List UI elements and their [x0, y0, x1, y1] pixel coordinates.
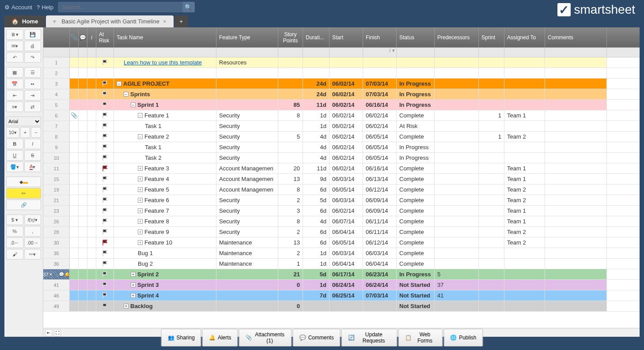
underline-button[interactable]: U	[6, 150, 23, 161]
cell-assigned[interactable]	[504, 100, 545, 110]
cell-duration[interactable]: 24d	[303, 79, 330, 89]
cell-finish[interactable]: 06/12/14	[363, 237, 397, 248]
cell-comments[interactable]	[545, 227, 607, 237]
cell-duration[interactable]: 5d	[303, 269, 330, 279]
cell-flag[interactable]	[96, 269, 114, 279]
cell-discuss[interactable]	[79, 89, 87, 99]
cell-pred[interactable]	[435, 259, 479, 269]
cell-comments[interactable]	[545, 280, 607, 290]
cell-ftype[interactable]: Security	[216, 142, 278, 152]
cell-ftype[interactable]: Security	[216, 206, 278, 216]
cell-flag[interactable]	[96, 206, 114, 216]
cell-comments[interactable]	[545, 89, 607, 99]
cell-duration[interactable]: 11d	[303, 100, 330, 110]
font-select[interactable]: Arial	[6, 117, 41, 126]
cell-story[interactable]: 2	[278, 248, 303, 258]
thousands-button[interactable]: ,	[24, 226, 42, 237]
percent-button[interactable]: %	[6, 226, 23, 237]
cell-finish[interactable]: 06/11/14	[363, 216, 397, 226]
alerts-button[interactable]: 🔔 Alerts	[202, 329, 238, 346]
conditional-format-button[interactable]: ◆▬	[6, 177, 41, 187]
expand-toggle[interactable]: +	[138, 208, 143, 213]
cell-pred[interactable]	[435, 142, 479, 152]
cell-flag[interactable]	[96, 280, 114, 290]
cell-sprint[interactable]	[479, 216, 504, 226]
cell-comments[interactable]	[545, 269, 607, 279]
cell-discuss[interactable]	[79, 206, 87, 216]
cell-status[interactable]: Complete	[397, 248, 435, 258]
cell-sprint[interactable]	[479, 142, 504, 152]
cell-finish[interactable]	[363, 68, 397, 78]
cell-flag[interactable]	[96, 163, 114, 173]
cell-comments[interactable]	[545, 290, 607, 301]
cell-info[interactable]	[87, 280, 96, 290]
cell-duration[interactable]: 24d	[303, 89, 330, 99]
cell-attach[interactable]	[70, 89, 79, 99]
cell-sprint[interactable]	[479, 89, 504, 99]
cell-attach[interactable]	[70, 132, 79, 142]
cell-duration[interactable]	[303, 57, 330, 68]
row-number[interactable]: 46	[43, 290, 70, 301]
row-number[interactable]: 23	[43, 206, 70, 216]
grid-view-button[interactable]: ▦	[6, 67, 23, 78]
tab-home[interactable]: 🏠 Home	[4, 15, 45, 27]
cell-finish[interactable]: 06/23/14	[363, 269, 397, 279]
cell-start[interactable]: 06/02/14	[330, 110, 363, 120]
cell-start[interactable]: 06/02/14	[330, 206, 363, 216]
table-row[interactable]: 15 +Feature 4 Account Managemen 13 9d 06…	[43, 174, 640, 184]
cell-duration[interactable]: 6d	[303, 227, 330, 237]
cell-sprint[interactable]	[479, 100, 504, 110]
cell-comments[interactable]	[545, 79, 607, 89]
cell-pred[interactable]: 41	[435, 290, 479, 301]
cell-story[interactable]: 0	[278, 301, 303, 311]
expand-toggle[interactable]: +	[138, 177, 143, 181]
cell-comments[interactable]	[545, 132, 607, 142]
cell-comments[interactable]	[545, 195, 607, 205]
cell-flag[interactable]	[96, 57, 114, 68]
row-number[interactable]: 35	[43, 248, 70, 258]
cell-pred[interactable]	[435, 153, 479, 163]
cell-assigned[interactable]: Team 1	[504, 163, 545, 173]
cell-ftype[interactable]: Account Managemen	[216, 163, 278, 173]
cell-duration[interactable]: 4d	[303, 216, 330, 226]
cell-discuss[interactable]	[79, 79, 87, 89]
cell-comments[interactable]	[545, 301, 607, 311]
cell-finish[interactable]: 06/11/14	[363, 227, 397, 237]
header-story[interactable]: Story Points	[278, 27, 303, 47]
cell-ftype[interactable]: Security	[216, 110, 278, 120]
cell-task[interactable]: +Sprint 3	[114, 280, 216, 290]
row-number[interactable]: 36	[43, 259, 70, 269]
cell-discuss[interactable]	[79, 153, 87, 163]
cell-attach[interactable]	[70, 206, 79, 216]
expand-toggle[interactable]: +	[131, 293, 136, 298]
cell-story[interactable]	[278, 57, 303, 68]
expand-toggle[interactable]: +	[138, 198, 143, 203]
header-pred[interactable]: Predecessors	[435, 27, 479, 47]
cell-pred[interactable]	[435, 100, 479, 110]
table-row[interactable]: 41 +Sprint 3 0 1d 06/24/14 06/24/14 Not …	[43, 280, 640, 290]
cell-comments[interactable]	[545, 248, 607, 258]
cell-discuss[interactable]	[79, 280, 87, 290]
cell-sprint[interactable]	[479, 153, 504, 163]
cell-info[interactable]	[87, 227, 96, 237]
row-number[interactable]: 10	[43, 153, 70, 163]
cell-pred[interactable]	[435, 68, 479, 78]
cell-discuss[interactable]	[79, 57, 87, 68]
cell-comments[interactable]	[545, 153, 607, 163]
cell-pred[interactable]	[435, 206, 479, 216]
cell-assigned[interactable]	[504, 121, 545, 131]
cell-sprint[interactable]	[479, 280, 504, 290]
table-row[interactable]: 35 Bug 1 Maintenance 2 1d 06/03/14 06/03…	[43, 248, 640, 259]
cell-assigned[interactable]	[504, 68, 545, 78]
cell-finish[interactable]: 06/02/14	[363, 121, 397, 131]
cell-finish[interactable]: 06/05/14	[363, 153, 397, 163]
cell-assigned[interactable]	[504, 142, 545, 152]
expand-toggle[interactable]: +	[138, 219, 143, 224]
cell-discuss[interactable]	[79, 174, 87, 184]
cell-comments[interactable]	[545, 216, 607, 226]
cell-comments[interactable]	[545, 163, 607, 173]
row-number[interactable]: 26	[43, 216, 70, 226]
cell-story[interactable]: 2	[278, 227, 303, 237]
row-number[interactable]: 7	[43, 121, 70, 131]
cell-pred[interactable]	[435, 57, 479, 68]
